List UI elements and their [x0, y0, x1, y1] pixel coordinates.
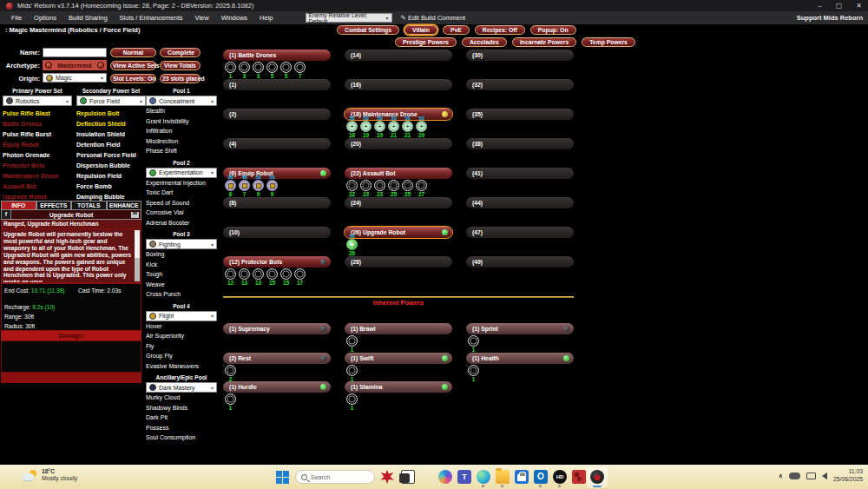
power-bar-hurdle[interactable]: (1) Hurdle [223, 381, 331, 393]
primary-powerset-dropdown[interactable]: Robotics ▾ [3, 96, 72, 106]
normal-button[interactable]: Normal [110, 48, 156, 57]
slot[interactable]: 27 [415, 180, 428, 197]
search-box[interactable]: Search [295, 470, 375, 484]
toolbar-button-accolades[interactable]: Accolades [462, 37, 507, 47]
edit-build-comment-button[interactable]: ✎ Edit Build Comment [401, 14, 466, 22]
slot[interactable]: 1 [345, 335, 358, 353]
power-bar-health[interactable]: (1) Health [466, 353, 574, 364]
empty-slot-icon[interactable] [253, 268, 264, 280]
tab-info[interactable]: INFO [1, 201, 36, 210]
empty-level-bar[interactable]: (49) [466, 256, 574, 268]
empty-slot-icon[interactable] [239, 268, 250, 280]
empty-slot-icon[interactable] [294, 268, 306, 280]
maint-enhancement-icon[interactable]: + [416, 121, 427, 132]
maint-enhancement-icon[interactable]: + [388, 121, 399, 132]
empty-level-bar[interactable]: (41) [466, 168, 574, 179]
empty-slot-icon[interactable] [388, 180, 399, 191]
empty-level-bar[interactable]: (1) [223, 79, 331, 90]
tray-chevron-up-icon[interactable]: ∧ [779, 472, 783, 479]
slot[interactable]: 1 [345, 365, 358, 382]
slot[interactable]: 50+29 [415, 121, 428, 138]
equip-enhancement-icon[interactable] [266, 180, 278, 191]
power-list-item-phase-shift[interactable]: Phase Shift [146, 146, 217, 156]
power-list-item-evasive-maneuvers[interactable]: Evasive Maneuvers [146, 361, 217, 372]
slot[interactable]: 50+19 [373, 121, 386, 138]
power-list-item-speed-of-sound[interactable]: Speed of Sound [146, 198, 217, 208]
toolbar-button-villain[interactable]: Villain [404, 25, 437, 35]
pool-dropdown-fighting[interactable]: Fighting▾ [146, 239, 217, 249]
empty-slot-icon[interactable] [280, 268, 292, 280]
power-list-item-dispersion-bubble[interactable]: Dispersion Bubble [76, 161, 146, 171]
slot[interactable]: 5 [266, 62, 279, 79]
power-list-item-fly[interactable]: Fly [146, 341, 217, 352]
power-list-item-force-bomb[interactable]: Force Bomb [76, 182, 146, 192]
maint-enhancement-icon[interactable]: + [374, 121, 385, 132]
slot[interactable]: 407 [238, 180, 251, 197]
equip-enhancement-icon[interactable] [239, 180, 250, 191]
power-list-item-repulsion-bolt[interactable]: Repulsion Bolt [76, 109, 146, 119]
empty-slot-icon[interactable] [225, 365, 236, 376]
power-list-item-pulse-rifle-blast[interactable]: Pulse Rifle Blast [3, 109, 72, 119]
power-list-item-maintenance-drone[interactable]: Maintenance Drone [3, 171, 72, 182]
power-list-item-air-superiority[interactable]: Air Superiority [146, 331, 217, 341]
empty-slot-icon[interactable] [253, 62, 264, 73]
empty-slot-icon[interactable] [239, 62, 250, 73]
empty-slot-icon[interactable] [468, 335, 479, 347]
empty-level-bar[interactable]: (28) [345, 256, 452, 268]
power-list-item-protector-bots[interactable]: Protector Bots [3, 161, 72, 171]
slot[interactable]: 7 [293, 62, 306, 79]
power-list-item-infiltration[interactable]: Infiltration [146, 126, 217, 136]
power-list-item-assault-bot[interactable]: Assault Bot [3, 182, 72, 192]
power-list-item-kick[interactable]: Kick [146, 260, 217, 270]
windows-start-button[interactable] [276, 470, 290, 484]
toolbar-button-temp-powers[interactable]: Temp Powers [582, 37, 635, 47]
slot[interactable]: 50+18 [345, 121, 358, 138]
toolbar-button-combat-settings[interactable]: Combat Settings [337, 25, 399, 35]
display-icon[interactable] [806, 472, 816, 479]
tab-enhance[interactable]: ENHANCE [107, 201, 142, 210]
empty-level-bar[interactable]: (30) [466, 50, 574, 61]
empty-level-bar[interactable]: (35) [466, 109, 574, 120]
task-view-button[interactable] [401, 470, 415, 484]
slot[interactable]: 1 [224, 393, 237, 411]
pool-dropdown-experimentation[interactable]: Experimentation▾ [146, 168, 217, 178]
save-icon[interactable] [131, 212, 139, 218]
empty-level-bar[interactable]: (47) [466, 227, 574, 238]
power-bar-upgrade-robot[interactable]: (26) Upgrade Robot [345, 227, 452, 238]
archetype-selector[interactable]: Mastermind [43, 60, 107, 70]
favorite-button[interactable]: f [2, 210, 11, 219]
minimize-button[interactable]: – [818, 2, 821, 10]
slot[interactable]: 23 [359, 180, 372, 197]
power-bar-sprint[interactable]: (1) Sprint [466, 323, 574, 334]
tab-totals[interactable]: TOTALS [71, 201, 107, 210]
toolbar-button-pve[interactable]: PvE [443, 25, 470, 35]
empty-slot-icon[interactable] [346, 335, 358, 347]
power-list-item-battle-drones[interactable]: Battle Drones [3, 119, 72, 129]
power-list-item-shadowy-binds[interactable]: Shadowy Binds [146, 403, 217, 413]
power-list-item-equip-robot[interactable]: Equip Robot [3, 140, 72, 150]
equip-enhancement-icon[interactable] [253, 180, 264, 191]
mids-creature-icon[interactable] [380, 470, 394, 484]
empty-level-bar[interactable]: (8) [223, 197, 331, 208]
power-bar-rest[interactable]: (2) Rest [223, 353, 331, 364]
slot[interactable]: 50+26 [345, 239, 358, 256]
toolbar-button-popup-on[interactable]: Popup: On [530, 25, 576, 35]
empty-slot-icon[interactable] [468, 365, 479, 376]
slot[interactable]: 17 [293, 268, 306, 286]
empty-slot-icon[interactable] [402, 180, 413, 191]
slot[interactable]: 509 [252, 180, 265, 197]
empty-slot-icon[interactable] [346, 180, 358, 191]
menu-item-view[interactable]: View [189, 14, 215, 22]
onedrive-icon[interactable] [789, 472, 800, 479]
slot[interactable]: 15 [266, 268, 279, 286]
power-bar-battle-drones[interactable]: (1) Battle Drones [223, 50, 331, 61]
power-bar-protector-bots[interactable]: (12) Protector Bots [223, 256, 331, 268]
power-list-item-detention-field[interactable]: Detention Field [76, 140, 146, 150]
power-list-item-tough[interactable]: Tough [146, 269, 217, 280]
slot[interactable]: 3 [238, 62, 251, 79]
power-list-item-adrenal-booster[interactable]: Adrenal Booster [146, 218, 217, 228]
maint-enhancement-icon[interactable]: + [346, 121, 358, 132]
slot[interactable]: 1 [467, 335, 480, 353]
teams-icon[interactable]: T [457, 470, 471, 484]
empty-slot-icon[interactable] [225, 268, 236, 280]
